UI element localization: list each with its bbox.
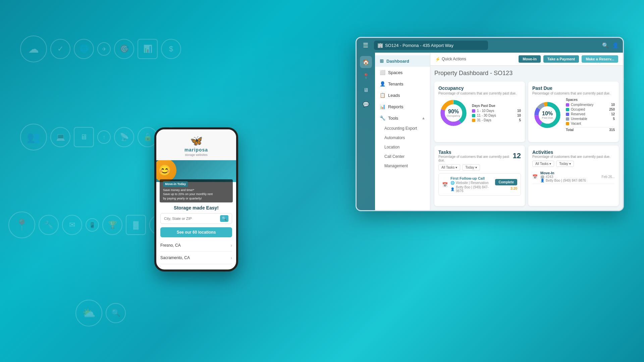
plane-icon: ✈: [97, 42, 111, 56]
cloud2-icon: ⛅: [75, 300, 102, 326]
envelope-icon: ✉: [62, 215, 82, 235]
mariposa-logo: 🦋 mariposa storage websites: [184, 135, 208, 157]
location-arrow-icon: ›: [230, 243, 232, 248]
promo-line3: by paying yearly or quarterly!: [163, 196, 229, 201]
mobile-tagline: Storage made Easy!: [156, 202, 236, 212]
mobile-screen: 🦋 mariposa storage websites 😊 Move-in To…: [156, 129, 236, 269]
monitor-icon: 🖥: [74, 127, 94, 147]
butterfly-icon: 🦋: [190, 135, 203, 146]
hero-avatar: 😊: [156, 160, 176, 182]
tech-icons-background: ☁ ✓ 🌐 ✈ 🎯 📊 $ 👥 💻 🖥 ↑ 📡 🔒 ⚙ 📍 🔧 ✉ 📱 🏆 ▓ …: [0, 0, 644, 362]
mobile-mockup: 🦋 mariposa storage websites 😊 Move-in To…: [154, 127, 238, 272]
location-item-fresno[interactable]: Fresno, CA ›: [160, 239, 232, 252]
mariposa-sub: storage websites: [185, 153, 208, 157]
bar-chart-icon: ▓: [126, 215, 146, 235]
cloud-icon: ☁: [20, 36, 47, 62]
globe-icon: 🌐: [74, 39, 94, 59]
promo-line1: Save money and time!*: [163, 188, 229, 192]
users-icon: 👥: [20, 124, 47, 150]
laptop-icon: 💻: [50, 127, 70, 147]
promo-banner: Move-in Today Save money and time!* Save…: [160, 179, 233, 202]
mobile-search-icon[interactable]: 🔍: [220, 215, 228, 222]
location-sacramento-label: Sacramento, CA: [160, 255, 190, 260]
mobile-cta-button[interactable]: See our 60 locations: [160, 227, 232, 237]
mobile-hero: 😊: [156, 160, 236, 182]
wrench-icon: 🔧: [39, 215, 59, 235]
promo-line2: Save up to 20% on your monthly rent: [163, 192, 229, 196]
dollar-icon: $: [161, 39, 181, 59]
search-icon: 🔍: [106, 303, 126, 323]
location-fresno-label: Fresno, CA: [160, 243, 181, 248]
location-arrow-icon-2: ›: [230, 255, 232, 260]
chart-icon: 📊: [138, 39, 158, 59]
check-icon: ✓: [50, 39, 70, 59]
trophy-icon: 🏆: [102, 215, 122, 235]
mobile-header: 🦋 mariposa storage websites: [156, 129, 236, 160]
mariposa-text: mariposa: [184, 147, 208, 153]
location-icon: 📍: [8, 212, 35, 238]
mobile-locations: Fresno, CA › Sacramento, CA ›: [156, 239, 236, 264]
promo-badge: Move-in Today: [163, 181, 188, 187]
phone-icon: 📱: [86, 218, 99, 232]
mobile-search-input[interactable]: [164, 217, 218, 221]
location-item-sacramento[interactable]: Sacramento, CA ›: [160, 252, 232, 264]
arrow-up-icon: ↑: [97, 130, 111, 144]
target-icon: 🎯: [114, 39, 134, 59]
wifi-icon: 📡: [114, 127, 134, 147]
mobile-search-bar[interactable]: 🔍: [160, 213, 232, 224]
